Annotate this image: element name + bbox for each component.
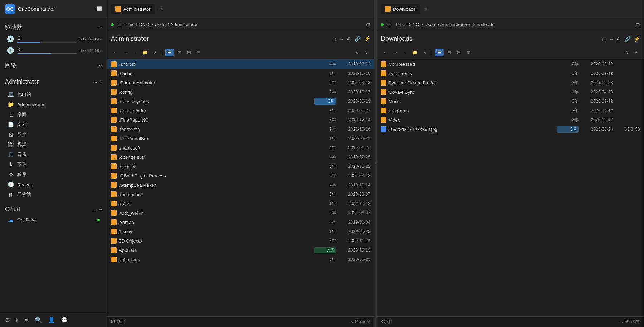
left-file-row[interactable]: .ebookreader3年2020-06-27 xyxy=(107,106,374,115)
nav-item-programs[interactable]: ⚙ 程序 xyxy=(5,170,102,180)
right-sort-desc-btn[interactable]: ∨ xyxy=(632,49,640,56)
right-forward-btn[interactable]: → xyxy=(391,49,400,56)
right-file-row[interactable]: Documents2年2020-12-12 xyxy=(377,69,644,78)
left-path-menu-btn[interactable]: ☰ xyxy=(116,21,123,28)
drives-more-btn[interactable]: ··· xyxy=(98,25,102,30)
right-expand-btn[interactable]: ∧ xyxy=(421,49,429,56)
left-file-row[interactable]: .fontconfig2年2021-10-16 xyxy=(107,125,374,134)
left-view-grid-btn[interactable]: ⊞ xyxy=(195,49,203,56)
left-add-tab-btn[interactable]: + xyxy=(156,4,166,14)
left-back-btn[interactable]: ← xyxy=(111,49,120,56)
nav-item-desktop[interactable]: 🖥 桌面 xyxy=(5,109,102,119)
left-file-row[interactable]: aqbanking3年2020-06-25 xyxy=(107,255,374,264)
right-file-row[interactable]: 1692843171973369.jpg3月2023-08-2463.3 KB xyxy=(377,125,644,134)
left-file-row[interactable]: .QtWebEngineProcess2年2021-03-13 xyxy=(107,171,374,180)
drive-d[interactable]: 💿 D: 65 / 111 GB xyxy=(5,45,102,56)
right-sort-asc-btn[interactable]: ∧ xyxy=(623,49,631,56)
left-new-btn[interactable]: 📁 xyxy=(140,49,150,56)
nav-item-music[interactable]: 🎵 音乐 xyxy=(5,150,102,160)
monitor-icon[interactable]: 🖥 xyxy=(24,317,29,323)
left-file-row[interactable]: .xdman4年2019-01-04 xyxy=(107,218,374,227)
right-view-tree-btn[interactable]: ⊞ xyxy=(455,49,463,56)
left-footer-preview[interactable]: ∧ 显示预览 xyxy=(350,319,370,324)
right-sort-icon[interactable]: ↑↓ xyxy=(601,36,606,42)
panel-resize-handle[interactable]: ⋮ xyxy=(374,0,377,327)
right-file-row[interactable]: Movavi Sync1年2022-04-30 xyxy=(377,87,644,97)
cloud-more-btn[interactable]: ··· xyxy=(93,207,97,212)
right-file-row[interactable]: Compressed2年2020-12-12 xyxy=(377,59,644,69)
right-file-row[interactable]: Extreme Picture Finder2年2021-02-28 xyxy=(377,78,644,87)
left-file-row[interactable]: .Ld2VirtualBox1年2022-04-21 xyxy=(107,134,374,143)
info-icon[interactable]: ℹ xyxy=(16,317,18,323)
left-file-row[interactable]: .thumbnails3年2020-08-07 xyxy=(107,190,374,199)
right-share-icon[interactable]: 🔗 xyxy=(624,36,630,42)
window-monitor-icon[interactable]: ⬜ xyxy=(97,6,102,11)
left-forward-btn[interactable]: → xyxy=(121,49,130,56)
nav-item-admin[interactable]: 📁 Administrator xyxy=(5,99,102,109)
cloud-add-btn[interactable]: + xyxy=(99,207,102,212)
left-file-row[interactable]: .dbus-keyrings5月2023-06-19 xyxy=(107,97,374,106)
user-nav-add-btn[interactable]: + xyxy=(99,79,102,85)
left-view-tree-btn[interactable]: ⊞ xyxy=(185,49,193,56)
nav-item-onedrive[interactable]: ☁ OneDrive xyxy=(5,215,102,225)
user-icon[interactable]: 👤 xyxy=(48,317,55,323)
right-list-icon[interactable]: ≡ xyxy=(610,36,613,42)
left-view-list-btn[interactable]: ☰ xyxy=(165,49,174,56)
drive-c[interactable]: 💿 C: 50 / 128 GB xyxy=(5,33,102,45)
nav-item-downloads[interactable]: ⬇ 下载 xyxy=(5,160,102,170)
right-up-btn[interactable]: ↑ xyxy=(401,49,408,56)
left-share-icon[interactable]: 🔗 xyxy=(355,36,361,42)
right-back-btn[interactable]: ← xyxy=(381,49,390,56)
right-new-btn[interactable]: 📁 xyxy=(410,49,420,56)
nav-item-pc[interactable]: 💻 此电脑 xyxy=(5,89,102,99)
left-file-row[interactable]: .cache1年2022-10-18 xyxy=(107,69,374,78)
nav-item-pics[interactable]: 🖼 图片 xyxy=(5,130,102,140)
left-file-row[interactable]: .maplesoft4年2019-01-26 xyxy=(107,143,374,152)
left-file-row[interactable]: .FineReport903年2019-12-14 xyxy=(107,115,374,125)
left-file-row[interactable]: .u2net1年2022-10-18 xyxy=(107,199,374,208)
left-lightning-icon[interactable]: ⚡ xyxy=(364,36,370,42)
right-file-row[interactable]: Programs2年2020-12-12 xyxy=(377,106,644,115)
left-view-split-btn[interactable]: ⊟ xyxy=(175,49,184,56)
left-file-row[interactable]: .config3年2020-10-17 xyxy=(107,87,374,97)
left-file-row[interactable]: 3D Objects3年2020-11-24 xyxy=(107,236,374,245)
left-list-icon[interactable]: ≡ xyxy=(340,36,343,42)
nav-item-docs[interactable]: 📄 文档 xyxy=(5,119,102,130)
left-file-row[interactable]: .android4年2019-07-12 xyxy=(107,59,374,69)
left-sort-desc-btn[interactable]: ∨ xyxy=(362,49,370,56)
left-up-btn[interactable]: ↑ xyxy=(132,49,138,56)
left-file-row[interactable]: .openjfx3年2020-11-22 xyxy=(107,162,374,171)
left-file-row[interactable]: .wxb_weixin2年2021-06-07 xyxy=(107,208,374,218)
right-footer-preview[interactable]: ∧ 显示预览 xyxy=(620,319,640,324)
chat-icon[interactable]: 💬 xyxy=(61,317,68,323)
right-add-tab-btn[interactable]: + xyxy=(421,4,431,14)
left-tab-administrator[interactable]: Administrator xyxy=(111,4,155,14)
right-path-menu-btn[interactable]: ☰ xyxy=(386,21,393,28)
left-file-row[interactable]: AppData39天2023-10-19 xyxy=(107,245,374,255)
right-view-list-btn[interactable]: ☰ xyxy=(435,49,444,56)
left-file-row[interactable]: .StampSealMaker4年2019-10-14 xyxy=(107,180,374,190)
left-sort-icon[interactable]: ↑↓ xyxy=(332,36,337,42)
settings-icon[interactable]: ⚙ xyxy=(5,317,10,323)
nav-item-recycle[interactable]: 🗑 回收站 xyxy=(5,190,102,200)
left-file-row[interactable]: .CartoonAnimator2年2021-03-13 xyxy=(107,78,374,87)
right-add-icon[interactable]: ⊕ xyxy=(616,36,621,42)
left-file-row[interactable]: 1.scriv1年2022-05-29 xyxy=(107,227,374,236)
right-view-grid-btn[interactable]: ⊞ xyxy=(464,49,473,56)
right-tab-downloads[interactable]: Downloads xyxy=(381,4,420,14)
right-view-split-btn[interactable]: ⊟ xyxy=(445,49,453,56)
nav-item-videos[interactable]: 🎬 视频 xyxy=(5,140,102,150)
network-more-btn[interactable]: ··· xyxy=(97,63,102,69)
user-nav-more-btn[interactable]: ··· xyxy=(93,79,97,85)
right-file-row[interactable]: Video2年2020-12-12 xyxy=(377,115,644,125)
nav-item-recent[interactable]: 🕐 Recent xyxy=(5,180,102,190)
left-sort-asc-btn[interactable]: ∧ xyxy=(353,49,361,56)
right-file-row[interactable]: Music2年2020-12-12 xyxy=(377,97,644,106)
search-icon[interactable]: 🔍 xyxy=(35,317,42,323)
left-expand-btn[interactable]: ∧ xyxy=(151,49,159,56)
left-file-row[interactable]: .opengenius4年2019-02-25 xyxy=(107,152,374,162)
right-lightning-icon[interactable]: ⚡ xyxy=(634,36,640,42)
left-add-icon[interactable]: ⊕ xyxy=(347,36,351,42)
left-path-grid-icon[interactable]: ⊞ xyxy=(366,22,370,28)
right-path-grid-icon[interactable]: ⊞ xyxy=(636,22,640,28)
